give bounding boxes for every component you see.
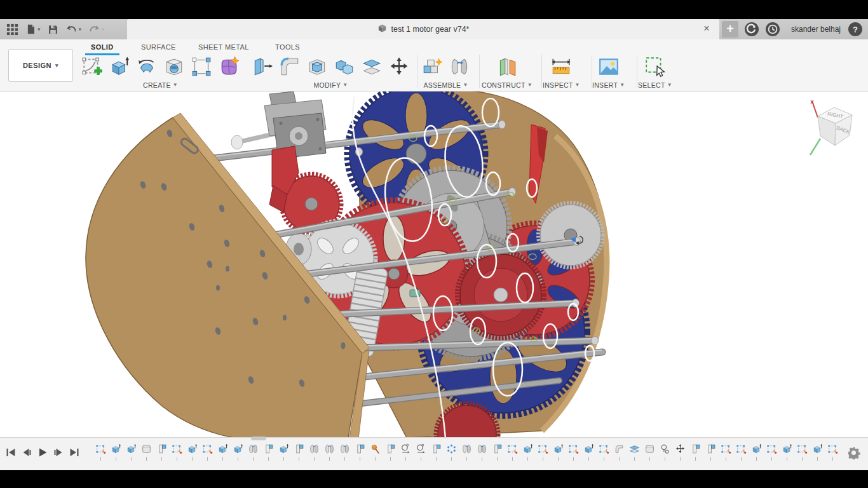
redo-button[interactable]: ▾ <box>88 24 105 35</box>
help-icon[interactable]: ? <box>848 22 862 36</box>
timeline-feature-component[interactable] <box>383 442 398 468</box>
hole-tool[interactable] <box>163 56 185 78</box>
revolve-tool[interactable] <box>136 56 158 78</box>
toolbar-group-label-construct[interactable]: CONSTRUCT▼ <box>482 81 532 89</box>
timeline-settings-gear-icon[interactable] <box>847 446 860 459</box>
toolbar-group-label-select[interactable]: SELECT▼ <box>638 81 672 89</box>
timeline-feature-joint[interactable] <box>306 442 322 468</box>
timeline-feature-pin[interactable] <box>367 442 383 468</box>
undo-history-caret[interactable]: ▾ <box>79 27 82 32</box>
timeline-feature-component[interactable] <box>489 442 505 468</box>
timeline-feature-box[interactable] <box>642 442 657 468</box>
shell-tool[interactable] <box>306 56 328 78</box>
ribbon-tab-sheet-metal[interactable]: SHEET METAL <box>193 41 255 53</box>
timeline-feature-extrude[interactable] <box>108 442 123 468</box>
timeline-go-to-start-button[interactable] <box>4 446 18 459</box>
press-pull-tool[interactable] <box>252 56 273 78</box>
timeline-feature-move[interactable] <box>672 442 688 468</box>
timeline-feature-sketch[interactable] <box>566 442 581 468</box>
timeline-step-forward-button[interactable] <box>51 446 65 459</box>
toolbar-group-label-modify[interactable]: MODIFY▼ <box>314 81 348 89</box>
timeline-feature-joint[interactable] <box>459 442 474 468</box>
timeline-feature-sketch[interactable] <box>718 442 733 468</box>
fillet-tool[interactable] <box>279 56 301 78</box>
rectangular-pattern-tool[interactable] <box>191 56 212 78</box>
measure-tool[interactable] <box>550 56 572 78</box>
timeline-feature-sketch[interactable] <box>93 442 108 468</box>
timeline-feature-extrude[interactable] <box>581 442 596 468</box>
timeline-feature-revolute[interactable] <box>398 442 413 468</box>
file-menu-button[interactable]: ▾ <box>25 24 41 35</box>
timeline-feature-extrude[interactable] <box>550 442 566 468</box>
timeline-feature-joint[interactable] <box>322 442 337 468</box>
document-tab[interactable]: test 1 motor gear v74* × <box>127 19 719 39</box>
combine-tool[interactable] <box>334 56 355 78</box>
ribbon-tab-tools[interactable]: TOOLS <box>269 41 306 53</box>
timeline-feature-sketch[interactable] <box>596 442 611 468</box>
create-form-tool[interactable] <box>218 56 240 78</box>
insert-canvas-tool[interactable] <box>598 56 620 78</box>
timeline-feature-sketch[interactable] <box>200 442 215 468</box>
redo-history-caret[interactable]: ▾ <box>102 27 105 32</box>
timeline-feature-extrude[interactable] <box>184 442 200 468</box>
timeline-feature-sketch[interactable] <box>535 442 550 468</box>
timeline-feature-sketch[interactable] <box>169 442 184 468</box>
timeline-feature-joint[interactable] <box>474 442 489 468</box>
timeline-feature-joint[interactable] <box>337 442 352 468</box>
toolbar-group-label-inspect[interactable]: INSPECT▼ <box>543 81 580 89</box>
timeline-feature-rigid-group[interactable] <box>444 442 459 468</box>
timeline-feature-extrude[interactable] <box>215 442 230 468</box>
file-menu-caret[interactable]: ▾ <box>37 27 41 32</box>
timeline-feature-ground[interactable] <box>657 442 672 468</box>
timeline-feature-component[interactable] <box>154 442 169 468</box>
app-grid-icon[interactable] <box>6 24 18 36</box>
timeline-step-back-button[interactable] <box>20 446 34 459</box>
timeline-feature-fillet[interactable] <box>611 442 627 468</box>
construction-plane-tool[interactable] <box>496 56 518 78</box>
timeline-feature-sketch[interactable] <box>733 442 749 468</box>
timeline-feature-component[interactable] <box>428 442 444 468</box>
timeline-feature-extrude[interactable] <box>520 442 535 468</box>
create-sketch-tool[interactable] <box>81 56 103 78</box>
timeline-feature-extrude[interactable] <box>230 442 245 468</box>
timeline-feature-sketch[interactable] <box>794 442 810 468</box>
timeline-feature-extrude[interactable] <box>810 442 825 468</box>
new-component-tool[interactable] <box>421 56 443 78</box>
toolbar-group-label-create[interactable]: CREATE▼ <box>143 81 178 89</box>
timeline-go-to-end-button[interactable] <box>67 446 81 459</box>
recent-activity-icon[interactable] <box>766 22 780 36</box>
view-cube[interactable]: RIGHT BACK <box>808 99 862 159</box>
timeline-feature-component[interactable] <box>352 442 367 468</box>
3d-viewport[interactable]: RIGHT BACK <box>0 91 868 437</box>
timeline-feature-split[interactable] <box>627 442 642 468</box>
timeline-feature-component[interactable] <box>688 442 703 468</box>
extrude-tool[interactable] <box>109 56 130 78</box>
toolbar-group-label-assemble[interactable]: ASSEMBLE▼ <box>423 81 468 89</box>
toolbar-group-label-insert[interactable]: INSERT▼ <box>592 81 625 89</box>
move-copy-tool[interactable] <box>388 56 410 78</box>
undo-button[interactable]: ▾ <box>65 24 82 35</box>
select-tool[interactable] <box>644 56 666 78</box>
split-body-tool[interactable] <box>361 56 383 78</box>
timeline-feature-revolute[interactable] <box>413 442 428 468</box>
timeline-feature-component[interactable] <box>703 442 718 468</box>
timeline-feature-component[interactable] <box>261 442 276 468</box>
timeline-feature-joint[interactable] <box>245 442 261 468</box>
timeline-feature-sketch[interactable] <box>764 442 779 468</box>
timeline-feature-component[interactable] <box>291 442 306 468</box>
timeline-feature-sketch[interactable] <box>505 442 520 468</box>
timeline-feature-sketch[interactable] <box>825 442 840 468</box>
timeline-scrollbar[interactable] <box>251 437 266 440</box>
timeline-feature-extrude[interactable] <box>276 442 291 468</box>
timeline-feature-box[interactable] <box>139 442 154 468</box>
timeline-feature-extrude[interactable] <box>779 442 794 468</box>
ribbon-tab-surface[interactable]: SURFACE <box>135 41 182 53</box>
joint-tool[interactable] <box>449 56 470 78</box>
job-status-icon[interactable] <box>745 22 759 36</box>
user-account-button[interactable]: skander belhaj <box>787 19 845 39</box>
timeline-feature-extrude[interactable] <box>749 442 764 468</box>
timeline-feature-extrude[interactable] <box>123 442 139 468</box>
close-tab-button[interactable]: × <box>700 22 713 35</box>
new-tab-button[interactable]: + <box>722 21 738 37</box>
save-button[interactable] <box>48 24 58 35</box>
